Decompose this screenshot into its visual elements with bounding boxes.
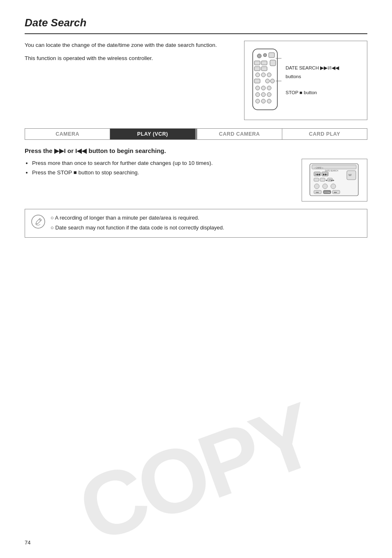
svg-point-22 — [261, 99, 265, 103]
svg-rect-6 — [270, 60, 276, 66]
svg-rect-36 — [314, 178, 319, 181]
bullet-2: Press the STOP ■ button to stop searchin… — [32, 168, 293, 178]
remote-svg — [249, 47, 281, 114]
note-1: A recording of longer than a minute per … — [51, 213, 224, 222]
bullet-1: Press more than once to search for furth… — [32, 159, 293, 168]
svg-point-23 — [267, 99, 271, 103]
intro-para1: You can locate the change of the date/ti… — [25, 41, 236, 50]
page-number: 74 — [25, 539, 30, 546]
svg-point-11 — [267, 73, 271, 77]
note-2: Date search may not function if the data… — [51, 223, 224, 232]
svg-text:– CARD +: – CARD + — [314, 167, 323, 169]
intro-text: You can locate the change of the date/ti… — [25, 41, 236, 120]
svg-point-19 — [261, 93, 265, 97]
svg-text:◀: ◀ — [325, 179, 327, 181]
content-with-image: Press more than once to search for furth… — [25, 159, 367, 201]
svg-point-9 — [256, 73, 260, 77]
top-section: You can locate the change of the date/ti… — [25, 41, 367, 120]
tab-camera[interactable]: CAMERA — [25, 129, 110, 139]
svg-point-20 — [267, 93, 271, 97]
svg-rect-8 — [261, 67, 267, 71]
svg-point-18 — [256, 93, 260, 97]
tab-card-play[interactable]: CARD PLAY — [282, 129, 367, 139]
page-title: Date Search — [25, 16, 367, 34]
page-container: Date Search You can locate the change of… — [0, 0, 392, 558]
svg-point-2 — [263, 53, 267, 57]
svg-point-15 — [256, 86, 260, 90]
svg-rect-37 — [320, 178, 325, 181]
svg-text:W: W — [348, 173, 352, 177]
device-illustration-box: – CARD + DATE SEARCH I◀◀ ▶▶I W ◀ FF▶▶ — [302, 159, 367, 201]
svg-point-10 — [261, 73, 265, 77]
copy-watermark: COPY — [66, 383, 327, 558]
svg-text:▶▶I: ▶▶I — [323, 173, 328, 176]
date-search-label: DATE SEARCH ▶▶I/I◀◀ buttons — [286, 64, 339, 81]
svg-text:DATE SEARCH: DATE SEARCH — [325, 170, 338, 172]
section-heading: Press the ▶▶I or I◀◀ button to begin sea… — [25, 147, 367, 155]
svg-point-42 — [323, 184, 327, 189]
svg-text:+/▶▶: +/▶▶ — [333, 191, 337, 193]
svg-rect-3 — [269, 53, 274, 58]
bullets: Press more than once to search for furth… — [25, 159, 293, 201]
svg-text:STOP■: STOP■ — [324, 191, 330, 193]
svg-point-41 — [314, 184, 319, 189]
svg-text:–/◀◀: –/◀◀ — [315, 191, 319, 193]
remote-labels: DATE SEARCH ▶▶I/I◀◀ buttons STOP ■ butto… — [286, 64, 339, 97]
svg-point-13 — [265, 79, 270, 83]
svg-point-50 — [32, 215, 45, 228]
svg-point-43 — [331, 184, 336, 189]
note-icon — [31, 214, 46, 229]
remote-illustration-box: DATE SEARCH ▶▶I/I◀◀ buttons STOP ■ butto… — [244, 41, 367, 120]
tab-play-vcr[interactable]: PLAY (VCR) — [110, 129, 195, 139]
tab-bar: CAMERA PLAY (VCR) CARD CAMERA CARD PLAY — [25, 128, 367, 140]
svg-rect-7 — [254, 67, 260, 71]
svg-point-16 — [261, 86, 265, 90]
stop-label: STOP ■ button — [286, 88, 339, 97]
svg-point-21 — [256, 99, 260, 103]
svg-rect-4 — [254, 61, 260, 65]
tab-card-camera[interactable]: CARD CAMERA — [197, 129, 282, 139]
bullet-list: Press more than once to search for furth… — [25, 159, 293, 178]
svg-text:I◀◀: I◀◀ — [315, 173, 320, 176]
svg-text:FF▶▶: FF▶▶ — [329, 179, 334, 181]
svg-point-14 — [270, 79, 274, 83]
note-text: A recording of longer than a minute per … — [51, 213, 224, 233]
svg-point-1 — [257, 54, 261, 58]
svg-rect-5 — [261, 61, 267, 65]
svg-rect-12 — [254, 79, 260, 83]
svg-line-51 — [39, 219, 41, 221]
svg-point-17 — [267, 86, 271, 90]
note-box: A recording of longer than a minute per … — [25, 209, 367, 238]
intro-para2: This function is operated with the wirel… — [25, 54, 236, 63]
